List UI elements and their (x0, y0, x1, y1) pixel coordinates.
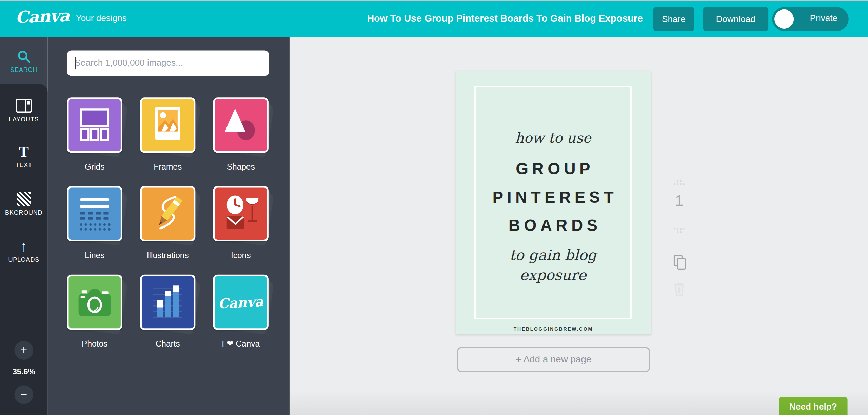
tile-label: Grids (67, 162, 122, 171)
design-text: BOARDS (492, 212, 617, 240)
top-bar: Canva Your designs How To Use Group Pint… (0, 0, 868, 37)
illustrations-icon (142, 187, 194, 239)
sidebar-rail: SEARCH LAYOUTS T TEXT BKGROUND ↑ UPLOADS (0, 37, 47, 415)
tile-label: Charts (140, 339, 195, 348)
tile-cell-shapes: Shapes (213, 97, 269, 186)
privacy-label: Private (804, 13, 843, 23)
upload-arrow-icon: ↑ (0, 239, 47, 254)
duplicate-page-icon (672, 254, 687, 271)
move-page-up-button[interactable] (673, 177, 685, 185)
charts-icon (142, 276, 194, 328)
tile-cell-photos: Photos (67, 275, 122, 363)
photos-tile[interactable] (67, 275, 122, 330)
tile-label: Shapes (213, 162, 269, 171)
sidebar-item-layouts[interactable]: LAYOUTS (0, 98, 47, 122)
toggle-knob[interactable] (774, 9, 794, 29)
frames-tile[interactable] (140, 97, 195, 153)
tile-label: Icons (213, 250, 269, 260)
design-headline: GROUP PINTEREST BOARDS (492, 155, 613, 240)
duplicate-page-button[interactable] (667, 254, 691, 273)
sidebar-item-search[interactable]: SEARCH (0, 49, 47, 73)
sidebar-item-label: BKGROUND (0, 209, 47, 216)
sidebar-item-label: UPLOADS (0, 256, 47, 263)
shapes-icon (215, 99, 267, 151)
tile-cell-frames: Frames (140, 97, 195, 186)
zoom-level: 35.6% (0, 367, 47, 376)
zoom-out-button[interactable]: − (14, 385, 33, 404)
i-heart-canva-tile[interactable]: Canva (213, 275, 269, 330)
zoom-in-button[interactable]: + (14, 341, 33, 360)
tile-cell-icons: Icons (213, 186, 269, 275)
tile-cell-illustrations: Illustrations (140, 186, 195, 275)
your-designs-link[interactable]: Your designs (76, 13, 127, 23)
trash-icon (673, 282, 685, 296)
canva-script-icon: Canva (218, 293, 264, 311)
delete-page-button[interactable] (667, 282, 691, 298)
tile-cell-lines: Lines (67, 186, 122, 275)
canva-logo[interactable]: Canva (15, 6, 70, 27)
design-text: how to use (515, 129, 591, 147)
sidebar-item-label: TEXT (0, 162, 47, 169)
design-text: to gain blogexposure (510, 245, 596, 285)
document-title[interactable]: How To Use Group Pinterest Boards To Gai… (367, 13, 644, 24)
download-button[interactable]: Download (703, 7, 768, 31)
text-icon: T (0, 144, 47, 159)
design-footer-url: THEBLOGGINGBREW.COM (456, 326, 651, 332)
sidebar-item-label: LAYOUTS (0, 116, 47, 122)
sidebar-item-text[interactable]: T TEXT (0, 144, 47, 168)
design-page[interactable]: how to use GROUP PINTEREST BOARDS to gai… (456, 71, 651, 334)
sidebar-item-uploads[interactable]: ↑ UPLOADS (0, 239, 47, 263)
share-button[interactable]: Share (653, 7, 694, 31)
design-frame: how to use GROUP PINTEREST BOARDS to gai… (474, 86, 632, 319)
search-input-wrap (67, 51, 269, 76)
tile-label: Photos (67, 339, 122, 348)
tile-label: I ❤ Canva (213, 339, 269, 349)
lines-icon (68, 187, 120, 239)
privacy-toggle[interactable]: Private (772, 7, 849, 31)
design-text: PINTEREST (492, 183, 617, 211)
page-number: 1 (667, 193, 691, 210)
tile-label: Frames (140, 162, 195, 171)
search-panel: Grids Frames (47, 37, 289, 415)
search-icon (0, 49, 47, 64)
tile-label: Lines (67, 250, 122, 260)
illustrations-tile[interactable] (140, 186, 195, 241)
grids-tile[interactable] (67, 97, 122, 153)
move-page-down-button[interactable] (673, 228, 685, 236)
layouts-icon (0, 98, 47, 114)
charts-tile[interactable] (140, 275, 195, 330)
need-help-button[interactable]: Need help? (779, 397, 847, 415)
frames-icon (142, 99, 194, 151)
shapes-tile[interactable] (213, 97, 269, 153)
icons-tile[interactable] (213, 186, 269, 241)
add-page-button[interactable]: + Add a new page (457, 347, 650, 372)
photos-icon (68, 276, 120, 328)
design-text: GROUP (492, 155, 617, 183)
tile-label: Illustrations (140, 250, 195, 260)
page-controls: 1 (667, 177, 691, 298)
canva-editor: Canva Your designs How To Use Group Pint… (0, 0, 868, 415)
tile-cell-charts: Charts (140, 275, 195, 363)
lines-tile[interactable] (67, 186, 122, 241)
canvas-area: how to use GROUP PINTEREST BOARDS to gai… (290, 37, 868, 415)
tile-cell-i-heart-canva: Canva I ❤ Canva (213, 275, 269, 363)
sidebar-item-label: SEARCH (0, 66, 47, 73)
grids-icon (68, 99, 120, 151)
text-cursor (75, 57, 75, 69)
background-stripes-icon (0, 192, 47, 207)
icons-icon (215, 187, 267, 239)
sidebar-item-bkground[interactable]: BKGROUND (0, 192, 47, 216)
window-top-edge (0, 0, 868, 1)
tile-cell-grids: Grids (67, 97, 122, 186)
search-input[interactable] (67, 51, 269, 76)
asset-tile-grid: Grids Frames (67, 97, 269, 363)
